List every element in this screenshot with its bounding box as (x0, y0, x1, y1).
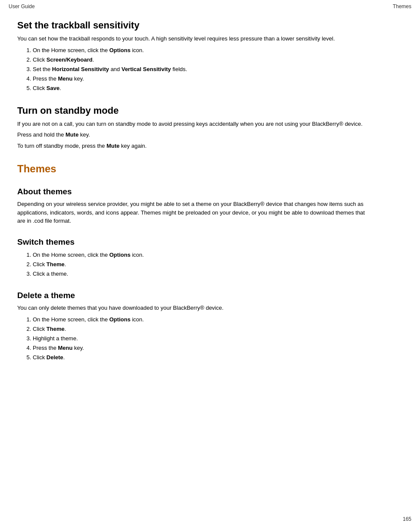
bold-options-2: Options (109, 252, 131, 258)
bold-delete: Delete (47, 354, 63, 361)
bold-mute-1: Mute (65, 131, 78, 138)
bold-vertical: Vertical Sensitivity (121, 66, 171, 72)
list-item: On the Home screen, click the Options ic… (33, 315, 370, 324)
main-content: Set the trackball sensitivity You can se… (0, 11, 388, 392)
list-item: On the Home screen, click the Options ic… (33, 46, 370, 55)
bold-horizontal: Horizontal Sensitivity (52, 66, 109, 72)
heading-about-themes: About themes (17, 187, 370, 196)
heading-delete-theme: Delete a theme (17, 291, 370, 300)
heading-trackball-sensitivity: Set the trackball sensitivity (17, 20, 370, 31)
bold-options-3: Options (109, 316, 131, 323)
delete-theme-desc: You can only delete themes that you have… (17, 304, 370, 312)
list-item: Press the Menu key. (33, 74, 370, 84)
switch-themes-steps: On the Home screen, click the Options ic… (33, 250, 370, 279)
bold-menu-2: Menu (58, 345, 73, 351)
header-right: Themes (393, 3, 411, 9)
section-standby-mode: Turn on standby mode If you are not on a… (17, 105, 370, 150)
bold-mute-2: Mute (106, 143, 119, 149)
standby-desc-1: If you are not on a call, you can turn o… (17, 120, 370, 128)
page-number: 165 (403, 516, 411, 522)
heading-themes: Themes (17, 163, 370, 175)
page-footer: 165 (403, 516, 411, 522)
list-item: On the Home screen, click the Options ic… (33, 250, 370, 260)
bold-save: Save (47, 85, 59, 91)
page-header: User Guide Themes (0, 0, 420, 11)
bold-theme-2: Theme (47, 326, 65, 332)
list-item: Set the Horizontal Sensitivity and Verti… (33, 65, 370, 74)
list-item: Click Theme. (33, 260, 370, 269)
list-item: Click Delete. (33, 353, 370, 362)
bold-theme-1: Theme (47, 261, 65, 268)
list-item: Highlight a theme. (33, 334, 370, 343)
bold-menu: Menu (58, 75, 73, 82)
header-left: User Guide (9, 3, 35, 9)
section-themes-label: Themes (17, 163, 370, 175)
list-item: Click Theme. (33, 324, 370, 334)
list-item: Press the Menu key. (33, 343, 370, 353)
section-about-themes: About themes Depending on your wireless … (17, 187, 370, 225)
trackball-steps: On the Home screen, click the Options ic… (33, 46, 370, 93)
bold-options: Options (109, 47, 131, 53)
section-trackball-sensitivity: Set the trackball sensitivity You can se… (17, 20, 370, 93)
delete-theme-steps: On the Home screen, click the Options ic… (33, 315, 370, 362)
section-delete-theme: Delete a theme You can only delete theme… (17, 291, 370, 362)
list-item: Click a theme. (33, 269, 370, 279)
standby-desc-3: To turn off standby mode, press the Mute… (17, 142, 370, 150)
list-item: Click Save. (33, 84, 370, 93)
trackball-desc: You can set how the trackball responds t… (17, 34, 370, 43)
heading-switch-themes: Switch themes (17, 237, 370, 247)
list-item: Click Screen/Keyboard. (33, 55, 370, 65)
heading-standby-mode: Turn on standby mode (17, 105, 370, 116)
about-themes-desc: Depending on your wireless service provi… (17, 200, 370, 225)
standby-desc-2: Press and hold the Mute key. (17, 131, 370, 139)
section-switch-themes: Switch themes On the Home screen, click … (17, 237, 370, 279)
bold-screen-keyboard: Screen/Keyboard (47, 56, 93, 63)
